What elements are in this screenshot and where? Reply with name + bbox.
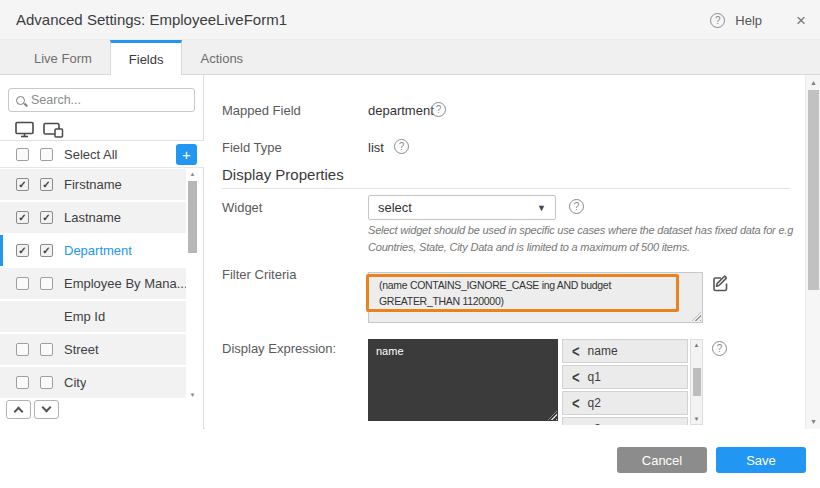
- mobile-checkbox[interactable]: [40, 277, 53, 290]
- scroll-up-icon[interactable]: ▲: [691, 342, 702, 348]
- expression-field-item[interactable]: < q2: [562, 391, 688, 415]
- display-expression-editor[interactable]: name: [368, 339, 558, 421]
- search-icon: [16, 96, 25, 105]
- tab-actions[interactable]: Actions: [182, 40, 261, 74]
- select-all-web-checkbox[interactable]: [16, 148, 29, 161]
- expression-field-item[interactable]: < q1: [562, 365, 688, 389]
- section-divider: [222, 188, 790, 189]
- widget-label: Widget: [222, 200, 262, 215]
- move-down-button[interactable]: [34, 400, 59, 419]
- chevron-left-icon: <: [572, 394, 580, 412]
- tab-bar: Live Form Fields Actions: [0, 40, 820, 75]
- edit-icon[interactable]: [712, 274, 730, 292]
- expression-field-item[interactable]: < name: [562, 339, 688, 363]
- mobile-icon[interactable]: [43, 121, 64, 138]
- mapped-field-help-icon[interactable]: ?: [431, 102, 446, 117]
- add-field-button[interactable]: +: [176, 144, 197, 165]
- expression-field-label: q1: [588, 370, 601, 384]
- chevron-up-icon: [14, 407, 24, 417]
- dialog-header: Advanced Settings: EmployeeLiveForm1 ? H…: [0, 0, 820, 40]
- expression-fields-list: < name < q1 < q2 < q3 ▲ ▼: [562, 339, 703, 425]
- display-expression-value: name: [376, 345, 404, 357]
- expression-scrollbar-thumb[interactable]: [693, 368, 701, 396]
- expression-fields-scrollbar: ▲ ▼: [690, 339, 703, 425]
- mobile-checkbox[interactable]: ✓: [40, 211, 53, 224]
- field-row[interactable]: ✓ ✓ Lastname: [0, 202, 186, 233]
- expression-fields-items: < name < q1 < q2 < q3: [562, 339, 703, 425]
- move-up-button[interactable]: [6, 400, 31, 419]
- field-row[interactable]: Employee By Mana...: [0, 268, 186, 299]
- scroll-up-icon[interactable]: ▲: [187, 171, 198, 177]
- web-checkbox[interactable]: [16, 277, 29, 290]
- dialog-content: Select All + ✓ ✓ Firstname ✓ ✓ Lastname …: [0, 75, 820, 429]
- chevron-left-icon: <: [572, 420, 580, 425]
- field-label: Employee By Mana...: [64, 276, 186, 291]
- field-row[interactable]: Street: [0, 334, 186, 365]
- expression-field-item[interactable]: < q3: [562, 417, 688, 425]
- tab-live-form[interactable]: Live Form: [16, 40, 110, 74]
- display-properties-heading: Display Properties: [222, 166, 344, 183]
- mobile-checkbox[interactable]: ✓: [40, 244, 53, 257]
- field-row[interactable]: City: [0, 367, 186, 398]
- mobile-checkbox[interactable]: [40, 343, 53, 356]
- web-checkbox[interactable]: ✓: [16, 178, 29, 191]
- save-button[interactable]: Save: [716, 447, 806, 473]
- expression-field-label: q2: [588, 396, 601, 410]
- field-label: Department: [64, 243, 132, 258]
- scroll-down-icon[interactable]: ▼: [187, 392, 198, 398]
- filter-criteria-label: Filter Criteria: [222, 267, 296, 282]
- dialog-title: Advanced Settings: EmployeeLiveForm1: [16, 0, 287, 40]
- tab-fields[interactable]: Fields: [110, 40, 183, 75]
- web-checkbox[interactable]: [16, 343, 29, 356]
- expression-field-label: q3: [588, 422, 601, 425]
- scroll-down-icon[interactable]: ▼: [806, 418, 820, 425]
- select-all-row: Select All +: [0, 141, 204, 168]
- field-label: Street: [64, 342, 99, 357]
- select-all-label: Select All: [64, 147, 117, 162]
- field-list: ✓ ✓ Firstname ✓ ✓ Lastname ✓ ✓ Departmen…: [0, 169, 186, 400]
- field-label: Lastname: [64, 210, 121, 225]
- chevron-down-icon: ▼: [537, 203, 546, 213]
- display-expression-label: Display Expression:: [222, 341, 336, 356]
- field-row[interactable]: Emp Id: [0, 301, 186, 332]
- mobile-checkbox[interactable]: [40, 376, 53, 389]
- scroll-down-icon[interactable]: ▼: [691, 416, 702, 422]
- sidebar-scrollbar-thumb[interactable]: [188, 181, 197, 253]
- cancel-button[interactable]: Cancel: [617, 447, 707, 473]
- filter-criteria-value: (name CONTAINS_IGNORE_CASE ing AND budge…: [379, 279, 611, 307]
- help-link[interactable]: Help: [735, 13, 762, 28]
- web-checkbox[interactable]: ✓: [16, 211, 29, 224]
- widget-select[interactable]: select ▼: [368, 195, 556, 220]
- widget-helper-text: Select widget should be used in specific…: [368, 222, 818, 256]
- scroll-up-icon[interactable]: ▲: [806, 79, 820, 86]
- dialog-footer: Cancel Save: [0, 429, 820, 488]
- field-row[interactable]: ✓ ✓ Department: [0, 235, 186, 266]
- search-input[interactable]: [31, 93, 192, 107]
- close-icon[interactable]: ×: [796, 12, 806, 29]
- field-type-help-icon[interactable]: ?: [394, 139, 409, 154]
- select-all-mobile-checkbox[interactable]: [40, 148, 53, 161]
- mobile-checkbox[interactable]: ✓: [40, 178, 53, 191]
- web-checkbox[interactable]: ✓: [16, 244, 29, 257]
- mapped-field-value: department: [368, 103, 434, 118]
- mapped-field-label: Mapped Field: [222, 103, 301, 118]
- main-scrollbar-thumb[interactable]: [808, 90, 819, 290]
- field-type-label: Field Type: [222, 140, 282, 155]
- fields-sidebar: Select All + ✓ ✓ Firstname ✓ ✓ Lastname …: [0, 75, 204, 429]
- web-checkbox[interactable]: [16, 376, 29, 389]
- field-settings-panel: Mapped Field department ? Field Type lis…: [205, 75, 805, 429]
- resize-grip-icon[interactable]: [692, 312, 701, 321]
- desktop-icon[interactable]: [15, 121, 34, 138]
- resize-grip-icon[interactable]: [548, 411, 557, 420]
- filter-criteria-textarea[interactable]: (name CONTAINS_IGNORE_CASE ing AND budge…: [368, 272, 703, 323]
- chevron-left-icon: <: [572, 368, 580, 386]
- display-expression-help-icon[interactable]: ?: [712, 341, 727, 356]
- help-icon[interactable]: ?: [710, 13, 725, 28]
- field-label: Emp Id: [64, 309, 105, 324]
- expression-field-label: name: [588, 344, 618, 358]
- field-type-value: list: [368, 140, 384, 155]
- chevron-left-icon: <: [572, 342, 580, 360]
- field-row[interactable]: ✓ ✓ Firstname: [0, 169, 186, 200]
- device-filter-row: [0, 118, 204, 141]
- widget-help-icon[interactable]: ?: [569, 199, 584, 214]
